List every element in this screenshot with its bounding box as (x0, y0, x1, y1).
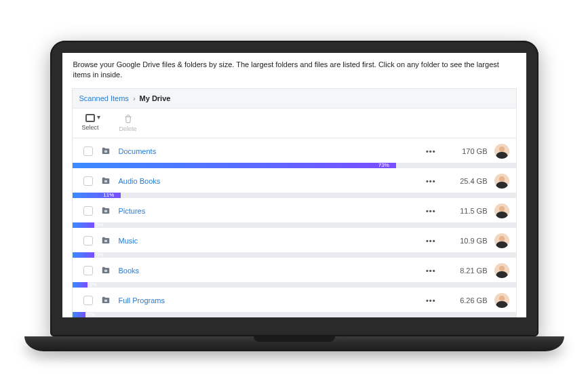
folder-name-link[interactable]: Audio Books (119, 177, 415, 185)
file-row: Pictures•••11.5 GB5% (73, 198, 516, 228)
size-bar-fill (73, 222, 95, 228)
size-bar-fill (73, 282, 88, 288)
chevron-right-icon: › (133, 94, 136, 102)
size-bar: 3% (73, 312, 516, 317)
delete-button[interactable]: Delete (115, 113, 141, 134)
file-list: Documents•••170 GB73%Audio Books•••25.4 … (72, 138, 517, 317)
folder-icon (100, 176, 112, 186)
owner-avatar[interactable] (494, 203, 509, 218)
size-bar-percent: 73% (378, 162, 389, 168)
size-bar-percent: 3% (87, 311, 95, 317)
row-size: 25.4 GB (447, 177, 488, 185)
row-checkbox[interactable] (83, 176, 93, 186)
size-bar: 5% (73, 252, 516, 258)
file-row: Full Programs•••6.26 GB3% (73, 288, 516, 317)
svg-point-3 (105, 180, 106, 181)
svg-point-1 (105, 151, 106, 151)
breadcrumb-root-link[interactable]: Scanned Items (79, 94, 129, 102)
row-size: 10.9 GB (447, 237, 488, 245)
owner-avatar[interactable] (494, 233, 509, 248)
size-bar-fill (73, 312, 86, 317)
size-bar-percent: 11% (103, 192, 114, 198)
intro-text: Browse your Google Drive files & folders… (62, 53, 526, 85)
size-bar-fill (73, 163, 396, 168)
row-more-button[interactable]: ••• (422, 296, 440, 305)
row-size: 170 GB (447, 147, 488, 155)
file-row: Music•••10.9 GB5% (73, 228, 516, 258)
size-bar: 73% (73, 163, 516, 168)
row-more-button[interactable]: ••• (422, 267, 440, 275)
folder-icon (100, 236, 112, 246)
row-more-button[interactable]: ••• (422, 147, 440, 155)
svg-point-11 (105, 300, 106, 300)
folder-name-link[interactable]: Full Programs (119, 296, 415, 305)
file-row: Documents•••170 GB73% (73, 138, 516, 168)
file-row: Audio Books•••25.4 GB11% (73, 168, 516, 198)
delete-label: Delete (119, 125, 137, 132)
folder-icon (100, 296, 112, 305)
size-bar: 11% (73, 193, 516, 198)
row-more-button[interactable]: ••• (422, 207, 440, 215)
svg-point-5 (105, 210, 106, 211)
row-more-button[interactable]: ••• (422, 237, 440, 245)
folder-name-link[interactable]: Documents (119, 147, 415, 155)
row-more-button[interactable]: ••• (422, 177, 440, 185)
breadcrumb: Scanned Items › My Drive (72, 88, 517, 108)
toolbar: Select Delete (72, 108, 517, 138)
size-bar: 3% (73, 282, 516, 288)
row-size: 8.21 GB (447, 267, 488, 275)
row-checkbox[interactable] (83, 146, 93, 156)
folder-icon (100, 206, 112, 216)
size-bar-percent: 5% (96, 252, 104, 258)
checkbox-dropdown-icon (85, 114, 95, 122)
size-bar: 5% (73, 222, 516, 228)
owner-avatar[interactable] (494, 263, 509, 278)
row-size: 11.5 GB (447, 207, 488, 215)
select-label: Select (82, 124, 99, 131)
row-checkbox[interactable] (83, 296, 93, 305)
svg-point-7 (105, 240, 106, 241)
row-checkbox[interactable] (83, 266, 93, 275)
folder-name-link[interactable]: Books (119, 267, 415, 275)
row-checkbox[interactable] (83, 206, 93, 216)
size-bar-percent: 5% (96, 222, 104, 228)
folder-name-link[interactable]: Music (119, 237, 415, 245)
size-bar-percent: 3% (89, 281, 97, 288)
row-size: 6.26 GB (447, 296, 488, 305)
size-bar-fill (73, 252, 95, 258)
owner-avatar[interactable] (494, 144, 509, 159)
folder-name-link[interactable]: Pictures (119, 207, 415, 215)
owner-avatar[interactable] (494, 174, 509, 189)
select-button[interactable]: Select (78, 113, 103, 134)
file-row: Books•••8.21 GB3% (73, 258, 516, 288)
breadcrumb-current: My Drive (140, 94, 171, 102)
owner-avatar[interactable] (494, 293, 509, 308)
folder-icon (100, 266, 112, 275)
row-checkbox[interactable] (83, 236, 93, 246)
trash-icon (123, 114, 133, 123)
svg-point-9 (105, 270, 106, 271)
folder-icon (100, 146, 112, 156)
